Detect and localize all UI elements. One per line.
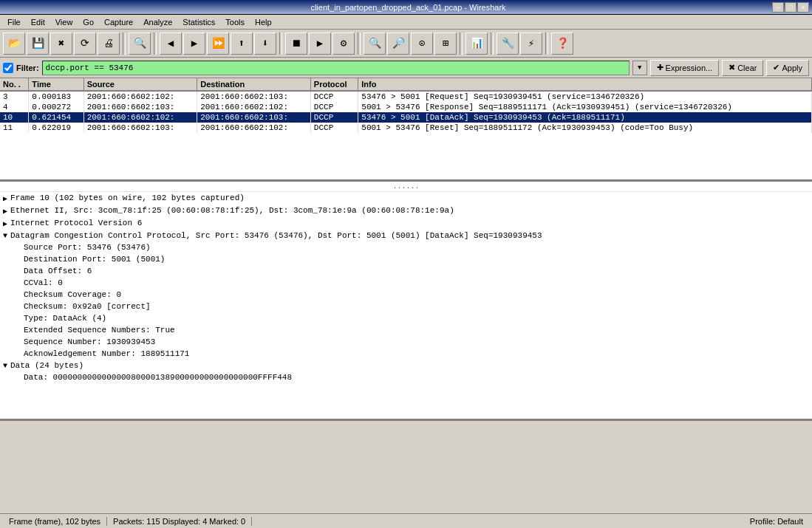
zoom-fit-icon[interactable]: ⊞ (434, 32, 457, 55)
table-cell: DCCP (310, 91, 358, 102)
detail-child-label: Acknowledgement Number: 1889511171 (24, 349, 189, 358)
expression-button[interactable]: ✚ Expression... (650, 60, 720, 76)
column-header-info[interactable]: Info (358, 78, 812, 91)
table-row[interactable]: 40.0002722001:660:6602:103:2001:660:6602… (0, 102, 812, 112)
detail-item-ip[interactable]: ▶Internet Protocol Version 6 (0, 217, 812, 230)
zoom-out-icon[interactable]: 🔎 (387, 32, 409, 55)
table-row[interactable]: 110.6220192001:660:6602:103:2001:660:660… (0, 123, 812, 133)
detail-child-item: Checksum Coverage: 0 (0, 289, 812, 301)
table-cell: DCCP (310, 102, 358, 112)
table-cell: 10 (0, 112, 29, 123)
table-row[interactable]: 30.0001832001:660:6602:102:2001:660:6602… (0, 91, 812, 102)
zoom-reset-icon[interactable]: ⊙ (411, 32, 433, 55)
table-cell: 53476 > 5001 [Request] Seq=1930939451 (s… (358, 91, 812, 102)
table-cell: 5001 > 53476 [Reset] Seq=1889511172 (Ack… (358, 123, 812, 133)
titlebar: client_in_partopen_dropped_ack_01.pcap -… (0, 0, 812, 15)
tree-arrow-icon: ▼ (3, 232, 7, 240)
titlebar-controls[interactable]: – □ × (772, 2, 812, 13)
minimize-button[interactable]: – (772, 2, 784, 13)
detail-item-data[interactable]: ▼Data (24 bytes) (0, 360, 812, 371)
help-icon[interactable]: ❓ (551, 32, 573, 55)
close-button[interactable]: × (797, 2, 809, 13)
maximize-button[interactable]: □ (785, 2, 796, 13)
table-cell: 53476 > 5001 [DataAck] Seq=1930939453 (A… (358, 112, 812, 123)
table-cell: 11 (0, 123, 29, 133)
detail-child-item: Sequence Number: 1930939453 (0, 336, 812, 348)
detail-child-label: Data: 0000000000000000800001389000000000… (24, 373, 292, 382)
expert-icon[interactable]: ⚡ (520, 32, 542, 55)
close-icon[interactable]: ✖ (50, 32, 72, 55)
column-header-destination[interactable]: Destination (197, 78, 311, 91)
column-header-time[interactable]: Time (29, 78, 83, 91)
table-cell: 2001:660:6602:102: (197, 123, 311, 133)
menu-item-tools[interactable]: Tools (221, 16, 249, 28)
forward-icon[interactable]: ▶ (183, 32, 205, 55)
menu-item-go[interactable]: Go (78, 16, 98, 28)
table-row[interactable]: 100.6214542001:660:6602:102:2001:660:660… (0, 112, 812, 123)
options-icon[interactable]: ⚙ (332, 32, 355, 55)
clear-button[interactable]: ✖ Clear (722, 60, 763, 76)
table-cell: 0.622019 (29, 123, 83, 133)
menu-item-edit[interactable]: Edit (27, 16, 50, 28)
toolbar-separator (358, 32, 361, 55)
tree-arrow-icon: ▼ (3, 362, 7, 370)
up-icon[interactable]: ⬆ (231, 32, 253, 55)
table-cell: 2001:660:6602:103: (197, 91, 311, 102)
filterbar: Filter: ▼ ✚ Expression... ✖ Clear ✔ Appl… (0, 58, 812, 78)
detail-child-label: Checksum: 0x92a0 [correct] (24, 302, 151, 311)
reload-icon[interactable]: ⟳ (74, 32, 96, 55)
packet-table: No. .TimeSourceDestinationProtocolInfo 3… (0, 78, 812, 133)
table-cell: 2001:660:6602:102: (197, 102, 311, 112)
menu-item-statistics[interactable]: Statistics (178, 16, 219, 28)
detail-child-item: Source Port: 53476 (53476) (0, 241, 812, 253)
column-header-no.-.[interactable]: No. . (0, 78, 29, 91)
status-packets: Packets: 115 Displayed: 4 Marked: 0 (107, 517, 252, 526)
save-icon[interactable]: 💾 (27, 32, 49, 55)
detail-item-label: Internet Protocol Version 6 (10, 219, 142, 227)
down-icon[interactable]: ⬇ (254, 32, 276, 55)
packet-details[interactable]: ▶Frame 10 (102 bytes on wire, 102 bytes … (0, 192, 812, 421)
filter-input[interactable] (42, 61, 630, 75)
column-header-protocol[interactable]: Protocol (310, 78, 358, 91)
detail-child-label: Extended Sequence Numbers: True (24, 326, 175, 335)
filter-dropdown-button[interactable]: ▼ (632, 61, 647, 75)
menu-item-analyze[interactable]: Analyze (139, 16, 177, 28)
tree-arrow-icon: ▶ (3, 207, 7, 216)
graph-icon[interactable]: 📊 (465, 32, 488, 55)
start-capture-icon[interactable]: ▶ (309, 32, 331, 55)
menu-item-file[interactable]: File (3, 16, 25, 28)
table-cell: 0.621454 (29, 112, 83, 123)
back-icon[interactable]: ◀ (160, 32, 182, 55)
toolbar-separator (460, 32, 463, 55)
detail-child-item: Type: DataAck (4) (0, 312, 812, 324)
detail-child-label: Source Port: 53476 (53476) (24, 243, 151, 252)
filter-label: Filter: (16, 64, 39, 72)
packet-list[interactable]: No. .TimeSourceDestinationProtocolInfo 3… (0, 78, 812, 182)
open-icon[interactable]: 📂 (3, 32, 25, 55)
go-icon[interactable]: ⏩ (207, 32, 229, 55)
detail-child-label: Checksum Coverage: 0 (24, 290, 121, 299)
menu-item-help[interactable]: Help (250, 16, 276, 28)
toolbar-separator (545, 32, 548, 55)
find-icon[interactable]: 🔍 (129, 32, 151, 55)
toolbar-separator (123, 32, 126, 55)
detail-item-dccp[interactable]: ▼Datagram Congestion Control Protocol, S… (0, 230, 812, 241)
table-cell: DCCP (310, 112, 358, 123)
table-cell: 0.000272 (29, 102, 83, 112)
titlebar-title: client_in_partopen_dropped_ack_01.pcap -… (44, 3, 772, 12)
print-icon[interactable]: 🖨 (98, 32, 120, 55)
decode-icon[interactable]: 🔧 (497, 32, 519, 55)
menu-item-capture[interactable]: Capture (100, 16, 137, 28)
toolbar-separator (154, 32, 157, 55)
apply-button[interactable]: ✔ Apply (766, 60, 809, 76)
packet-table-header: No. .TimeSourceDestinationProtocolInfo (0, 78, 812, 91)
filter-checkbox[interactable] (3, 63, 13, 73)
menu-item-view[interactable]: View (51, 16, 78, 28)
detail-item-ethernet[interactable]: ▶Ethernet II, Src: 3com_78:1f:25 (00:60:… (0, 205, 812, 217)
detail-item-label: Data (24 bytes) (10, 361, 83, 370)
detail-item-frame[interactable]: ▶Frame 10 (102 bytes on wire, 102 bytes … (0, 192, 812, 205)
stop-icon[interactable]: ⏹ (285, 32, 307, 55)
zoom-in-icon[interactable]: 🔍 (364, 32, 386, 55)
column-header-source[interactable]: Source (83, 78, 197, 91)
menubar: FileEditViewGoCaptureAnalyzeStatisticsTo… (0, 15, 812, 30)
